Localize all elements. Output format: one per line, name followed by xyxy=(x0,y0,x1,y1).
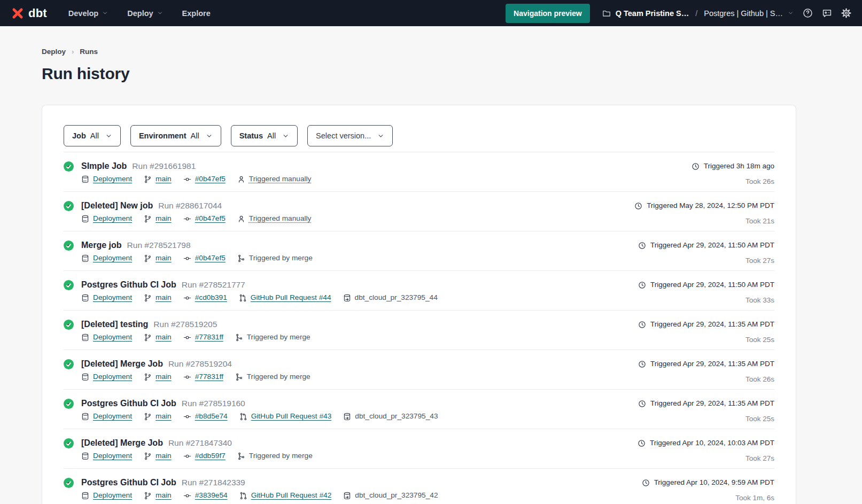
run-success-icon xyxy=(64,399,74,411)
git-commit-icon xyxy=(183,373,191,381)
database-arrow-icon xyxy=(343,413,351,421)
filter-select-version[interactable]: Select version... xyxy=(307,125,393,146)
environment-link[interactable]: Deployment xyxy=(93,490,132,501)
run-meta: Deployment main #3839e54 xyxy=(81,490,619,501)
git-commit-icon xyxy=(183,452,191,460)
environment-link[interactable]: Deployment xyxy=(93,174,132,184)
branch-link[interactable]: main xyxy=(156,490,172,501)
pull-request-link[interactable]: GitHub Pull Request #43 xyxy=(251,411,332,422)
person-icon xyxy=(237,175,245,183)
commit-link[interactable]: #0b47ef5 xyxy=(195,174,226,184)
run-job-name[interactable]: [Deleted] Merge Job xyxy=(81,358,163,370)
run-job-name[interactable]: [Deleted] New job xyxy=(81,200,153,212)
account-project-switcher[interactable]: Q Team Pristine S… / Postgres | Github |… xyxy=(602,9,794,18)
branch-link[interactable]: main xyxy=(156,411,172,422)
nav-menu-explore[interactable]: Explore xyxy=(182,9,211,18)
branch-link[interactable]: main xyxy=(156,332,172,343)
branch-link[interactable]: main xyxy=(156,451,172,461)
run-job-name[interactable]: Postgres Github CI Job xyxy=(81,477,176,489)
commit-link[interactable]: #0b47ef5 xyxy=(195,253,226,263)
run-right: Triggered Apr 29, 2024, 11:35 AM PDT Too… xyxy=(619,398,774,423)
run-right: Triggered Apr 29, 2024, 11:50 AM PDT Too… xyxy=(619,239,774,265)
run-meta: Deployment main #ddb59f7 Triggered by me… xyxy=(81,451,619,461)
environment-link[interactable]: Deployment xyxy=(93,253,132,263)
breadcrumb: Deploy › Runs xyxy=(42,48,862,56)
filter-status[interactable]: Status All xyxy=(231,125,298,146)
environment-link[interactable]: Deployment xyxy=(93,292,132,303)
run-number: Run #278519160 xyxy=(182,398,245,409)
commit-link[interactable]: #3839e54 xyxy=(195,490,228,501)
run-duration: Took 33s xyxy=(619,296,774,304)
database-icon xyxy=(81,175,89,183)
commit-link[interactable]: #b8d5e74 xyxy=(195,411,228,422)
pull-request-link[interactable]: GitHub Pull Request #44 xyxy=(251,292,331,303)
filter-job[interactable]: Job All xyxy=(64,125,121,146)
environment-link[interactable]: Deployment xyxy=(93,451,132,461)
filter-label: Environment xyxy=(139,131,187,140)
run-row: Merge job Run #278521798 Deployment main… xyxy=(64,231,774,271)
nav-menu-develop[interactable]: Develop xyxy=(68,9,108,18)
breadcrumb-deploy[interactable]: Deploy xyxy=(42,48,66,56)
person-icon xyxy=(237,215,245,223)
run-job-name[interactable]: [Deleted] Merge Job xyxy=(81,437,163,449)
triggered-manually-link[interactable]: Triggered manually xyxy=(249,213,312,224)
run-main: Postgres Github CI Job Run #278521777 De… xyxy=(81,279,619,303)
commit-link[interactable]: #77831ff xyxy=(195,371,223,382)
run-environment: Deployment xyxy=(81,213,132,224)
branch-link[interactable]: main xyxy=(156,174,172,184)
run-environment: Deployment xyxy=(81,253,132,263)
feedback-button[interactable] xyxy=(822,8,832,18)
commit-link[interactable]: #ddb59f7 xyxy=(195,451,226,461)
run-meta: Deployment main #0b47ef5 Triggered manua… xyxy=(81,174,619,184)
triggered-manually-link[interactable]: Triggered manually xyxy=(249,174,312,184)
settings-button[interactable] xyxy=(841,8,851,18)
commit-link[interactable]: #0b47ef5 xyxy=(195,213,226,224)
breadcrumb-runs[interactable]: Runs xyxy=(80,48,98,56)
run-job-name[interactable]: SImple Job xyxy=(81,160,127,172)
branch-link[interactable]: main xyxy=(156,253,172,263)
branch-link[interactable]: main xyxy=(156,213,172,224)
run-number: Run #278519205 xyxy=(153,319,217,330)
environment-link[interactable]: Deployment xyxy=(93,371,132,382)
run-right: Triggered Apr 29, 2024, 11:35 AM PDT Too… xyxy=(619,358,774,383)
run-branch: main xyxy=(144,253,172,263)
run-job-name[interactable]: Merge job xyxy=(81,239,122,251)
dbt-logo-icon xyxy=(11,6,25,20)
commit-link[interactable]: #cd0b391 xyxy=(195,292,227,303)
git-branch-icon xyxy=(144,492,152,500)
help-button[interactable] xyxy=(803,8,813,18)
run-main: [Deleted] New job Run #288617044 Deploym… xyxy=(81,200,619,224)
environment-link[interactable]: Deployment xyxy=(93,332,132,343)
run-main: [Deleted] Merge Job Run #278519204 Deplo… xyxy=(81,358,619,382)
run-number: Run #278521777 xyxy=(182,279,245,291)
run-success-icon xyxy=(64,320,74,332)
database-icon xyxy=(81,334,89,342)
navigation-preview-button[interactable]: Navigation preview xyxy=(506,4,590,23)
run-number: Run #278519204 xyxy=(168,358,232,370)
run-trigger-manual: Triggered manually xyxy=(237,213,312,224)
run-trigger-merge: Triggered by merge xyxy=(235,371,310,382)
nav-menu-deploy[interactable]: Deploy xyxy=(127,9,162,18)
run-right: Triggered 3h 18m ago Took 26s xyxy=(619,160,774,185)
commit-link[interactable]: #77831ff xyxy=(195,332,223,343)
environment-link[interactable]: Deployment xyxy=(93,411,132,422)
run-job-name[interactable]: [Deleted] testing xyxy=(81,319,148,330)
page-title: Run history xyxy=(42,65,862,83)
branch-link[interactable]: main xyxy=(156,371,172,382)
pull-request-link[interactable]: GitHub Pull Request #42 xyxy=(251,490,332,501)
dbt-logo[interactable]: dbt xyxy=(11,6,47,20)
run-commit: #0b47ef5 xyxy=(183,174,226,184)
environment-link[interactable]: Deployment xyxy=(93,213,132,224)
chevron-down-icon xyxy=(788,10,794,16)
chevron-down-icon xyxy=(206,133,213,139)
run-triggered-time: Triggered Apr 29, 2024, 11:35 AM PDT xyxy=(650,398,774,409)
git-commit-icon xyxy=(183,492,191,500)
run-commit: #cd0b391 xyxy=(183,292,227,303)
filter-environment[interactable]: Environment All xyxy=(130,125,221,146)
branch-link[interactable]: main xyxy=(156,292,172,303)
run-job-name[interactable]: Postgres Github CI Job xyxy=(81,279,176,291)
run-meta: Deployment main #0b47ef5 Triggered by me… xyxy=(81,253,619,263)
clock-icon xyxy=(638,321,646,329)
run-job-name[interactable]: Postgres Github CI Job xyxy=(81,398,176,409)
clock-icon xyxy=(642,479,650,487)
